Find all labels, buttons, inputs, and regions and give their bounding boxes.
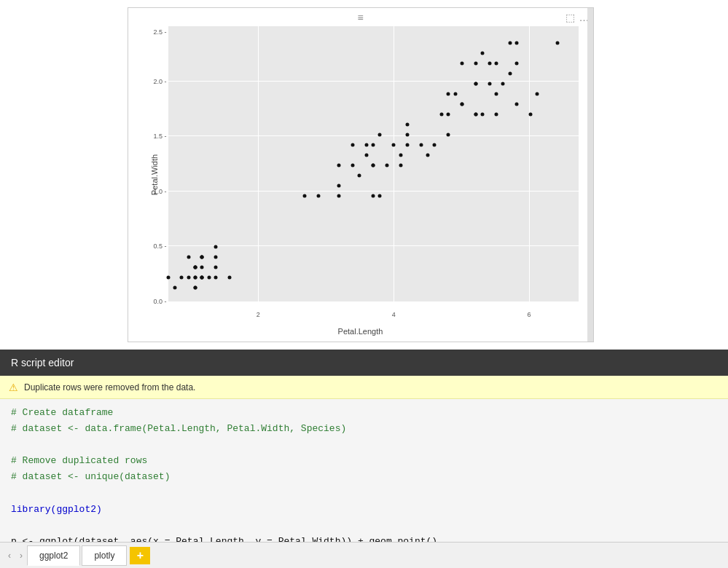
scatter-dot — [214, 256, 218, 259]
scatter-dot — [351, 164, 354, 167]
scatter-dot — [214, 266, 218, 269]
y-tick-15: 1.5 - — [153, 133, 166, 140]
scatter-dot — [180, 276, 184, 280]
scatter-dot — [303, 194, 307, 198]
y-tick-25: 2.5 - — [153, 28, 166, 36]
scatter-dot — [474, 62, 477, 66]
code-line-1: # Create dataframe — [11, 405, 717, 421]
scatter-dot — [207, 276, 211, 280]
scatter-dot — [405, 143, 409, 147]
scatter-dot — [378, 133, 382, 137]
scatter-dot — [453, 92, 457, 96]
chart-scrollbar[interactable] — [587, 8, 593, 342]
scatter-dot — [372, 194, 375, 198]
x-tick-6: 6 — [527, 311, 531, 318]
scatter-dot — [385, 164, 388, 167]
x-tick-2: 2 — [257, 311, 260, 318]
scatter-dot — [419, 143, 423, 147]
editor-title: R script editor — [11, 357, 74, 368]
scatter-dot — [200, 276, 204, 280]
scatter-dot — [508, 42, 512, 45]
code-line-4: # Remove duplicated rows — [11, 453, 717, 469]
scatter-dot — [481, 52, 485, 55]
code-line-6 — [11, 485, 717, 501]
scatter-dot — [515, 42, 519, 45]
scatter-dot — [166, 276, 170, 280]
editor-body[interactable]: # Create dataframe # dataset <- data.fra… — [0, 399, 728, 542]
scatter-dot — [481, 113, 485, 117]
code-line-8 — [11, 518, 717, 534]
scatter-dot — [405, 123, 409, 127]
tab-plotly[interactable]: plotly — [82, 545, 127, 566]
scatter-dot — [399, 154, 402, 157]
scatter-dot — [439, 113, 443, 117]
scatter-dot — [187, 256, 190, 259]
scatter-dot — [494, 92, 498, 96]
scatter-dot — [447, 113, 450, 117]
tab-nav-prev[interactable]: ‹ — [4, 548, 15, 564]
chart-container: ≡ ⬚ … Petal.Width 0.0 - 0.5 - 1.0 - 1.5 … — [0, 0, 728, 350]
chart-menu-icon[interactable]: ≡ — [357, 12, 363, 23]
scatter-dot — [194, 276, 197, 280]
scatter-dot — [372, 143, 375, 147]
y-tick-labels: 0.0 - 0.5 - 1.0 - 1.5 - 2.0 - 2.5 - — [150, 26, 168, 301]
scatter-dot — [399, 164, 402, 167]
scatter-dot — [447, 133, 450, 137]
scatter-dot — [508, 72, 512, 76]
scatter-dot — [447, 92, 450, 96]
scatter-dot — [494, 113, 498, 117]
scatter-dot — [194, 266, 197, 269]
scatter-dot — [501, 82, 505, 86]
y-tick-20: 2.0 - — [153, 78, 166, 85]
code-line-5: # dataset <- unique(dataset) — [11, 469, 717, 485]
scatter-dot — [433, 143, 437, 147]
scatter-dot — [364, 143, 368, 147]
scatter-dot — [364, 154, 368, 157]
y-tick-10: 1.0 - — [153, 188, 166, 195]
y-tick-05: 0.5 - — [153, 242, 166, 250]
scatter-dot — [536, 92, 539, 96]
plot-area — [168, 26, 579, 301]
scatter-dot — [214, 276, 218, 280]
tab-bar: ‹ › ggplot2 plotly + — [0, 542, 728, 568]
code-line-2: # dataset <- data.frame(Petal.Length, Pe… — [11, 421, 717, 437]
scatter-dot — [392, 143, 396, 147]
warning-icon: ⚠ — [9, 382, 18, 393]
scatter-dot — [173, 286, 176, 290]
scatter-dot — [460, 103, 463, 106]
scatter-dot — [378, 194, 382, 198]
scatter-dot — [488, 62, 491, 66]
scatter-dot — [460, 62, 463, 66]
editor-header: R script editor — [0, 350, 728, 376]
scatter-dot — [337, 164, 341, 167]
scatter-dot — [187, 276, 190, 280]
warning-text: Duplicate rows were removed from the dat… — [24, 382, 195, 393]
code-line-7: library(ggplot2) — [11, 502, 717, 518]
chart-wrapper: ≡ ⬚ … Petal.Width 0.0 - 0.5 - 1.0 - 1.5 … — [128, 7, 594, 342]
tab-add-button[interactable]: + — [130, 547, 150, 564]
scatter-dot — [515, 62, 519, 66]
code-line-3 — [11, 437, 717, 453]
y-tick-0: 0.0 - — [153, 298, 166, 305]
scatter-dot — [556, 42, 560, 45]
scatter-dot — [214, 245, 218, 249]
x-axis-label: Petal.Length — [338, 327, 383, 336]
scatter-dot — [200, 256, 204, 259]
code-line-9: p <- ggplot(dataset, aes(x = Petal.Lengt… — [11, 534, 717, 542]
screenshot-icon[interactable]: ⬚ — [565, 12, 575, 23]
scatter-dot — [515, 103, 519, 106]
scatter-dot — [337, 194, 341, 198]
tab-nav-next[interactable]: › — [15, 548, 27, 564]
editor-warning: ⚠ Duplicate rows were removed from the d… — [0, 376, 728, 399]
tab-ggplot2[interactable]: ggplot2 — [27, 545, 80, 566]
scatter-dot — [488, 82, 491, 86]
x-tick-labels: 2 4 6 — [168, 301, 579, 320]
scatter-dot — [474, 82, 477, 86]
scatter-dot — [200, 266, 204, 269]
scatter-dot — [358, 174, 361, 178]
scatter-dot — [337, 184, 341, 188]
scatter-dot — [227, 276, 231, 280]
scatter-dot — [351, 143, 354, 147]
scatter-dot — [426, 154, 430, 157]
scatter-dot — [194, 286, 197, 290]
